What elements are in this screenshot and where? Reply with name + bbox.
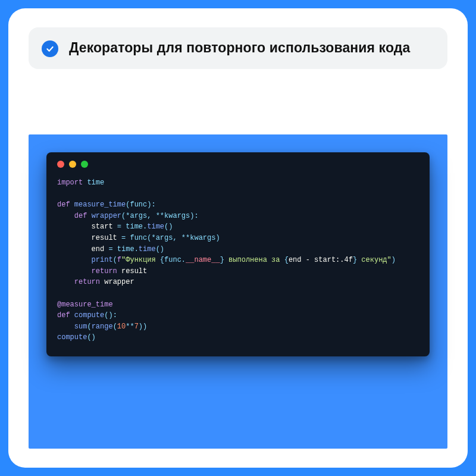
terminal-window: import time def measure_time(func): def …	[46, 152, 430, 356]
code-token: (	[113, 256, 117, 264]
maximize-icon[interactable]	[81, 161, 88, 168]
card: Декораторы для повторного использования …	[8, 8, 468, 468]
code-token: result	[92, 234, 117, 242]
page-title: Декораторы для повторного использования …	[69, 39, 410, 57]
code-token: "	[387, 256, 392, 264]
code-token: }	[220, 256, 224, 264]
code-token: def	[57, 201, 70, 209]
spacer	[29, 69, 447, 134]
code-token: def	[74, 212, 87, 220]
code-token: time	[87, 178, 104, 187]
code-token: секунд	[357, 256, 387, 264]
traffic-lights	[57, 161, 419, 168]
code-token: measure_time	[74, 201, 126, 209]
code-token: выполнена за	[224, 256, 284, 264]
code-token: time	[117, 245, 134, 253]
code-token: f	[117, 256, 121, 264]
close-icon[interactable]	[57, 161, 64, 168]
code-token: =	[113, 223, 126, 231]
check-icon	[42, 40, 58, 57]
code-token: 7	[134, 322, 139, 331]
code-stage: import time def measure_time(func): def …	[29, 134, 447, 449]
code-token: wrapper	[100, 278, 134, 286]
code-token: =	[104, 245, 117, 253]
code-token: func	[164, 256, 181, 264]
code-token: time	[126, 223, 143, 231]
code-token: return	[74, 278, 100, 286]
code-token: Функция	[126, 256, 160, 264]
code-token: ()	[156, 245, 164, 253]
code-token: (*args, **kwargs)	[147, 234, 220, 242]
code-token: start	[92, 223, 113, 231]
code-token: sum	[74, 322, 87, 331]
code-token: ():	[104, 311, 117, 320]
code-token: .	[181, 256, 186, 264]
code-token: @measure_time	[57, 300, 113, 309]
code-token: ()	[164, 223, 173, 231]
code-token: )	[392, 256, 396, 264]
code-token: end - start:.4f	[289, 256, 353, 264]
code-token: ()	[87, 333, 95, 342]
code-token: def	[57, 311, 70, 320]
code-token: (	[87, 322, 91, 331]
code-token: time	[147, 223, 164, 231]
code-token: compute	[74, 311, 104, 320]
code-token: end	[92, 245, 105, 253]
code-token: (*args, **kwargs):	[121, 212, 199, 220]
code-token: ))	[139, 322, 147, 331]
code-token: (func):	[126, 201, 155, 209]
code-token: time	[139, 245, 156, 253]
code-token: wrapper	[92, 212, 121, 220]
code-token: return	[92, 267, 117, 275]
code-token: __name__	[186, 256, 220, 264]
header-pill: Декораторы для повторного использования …	[29, 27, 447, 69]
code-token: {	[284, 256, 289, 264]
code-token: import	[57, 178, 83, 187]
code-token: **	[126, 322, 134, 331]
code-token: func	[130, 234, 147, 242]
code-token: print	[92, 256, 113, 264]
code-token: =	[117, 234, 130, 242]
minimize-icon[interactable]	[69, 161, 76, 168]
code-token: .	[134, 245, 139, 253]
code-token: result	[117, 267, 147, 275]
code-token: 10	[117, 322, 126, 331]
code-block: import time def measure_time(func): def …	[57, 177, 419, 343]
code-token: (	[113, 322, 117, 331]
code-token: {	[160, 256, 164, 264]
code-token: range	[92, 322, 113, 331]
code-token: compute	[57, 333, 87, 342]
